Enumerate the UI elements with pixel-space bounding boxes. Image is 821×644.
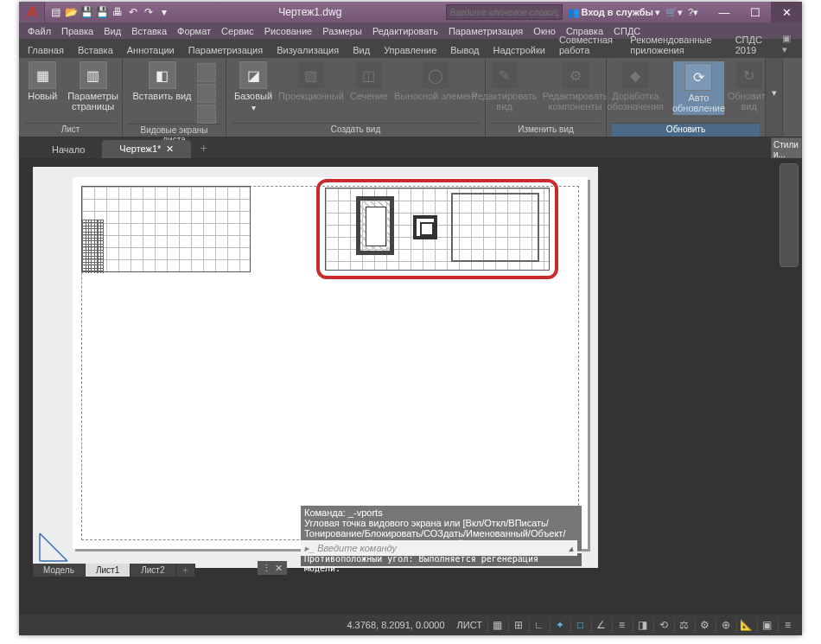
- annoscale-icon[interactable]: ⚖: [674, 617, 693, 633]
- tab-layout2[interactable]: Лист2: [130, 564, 175, 577]
- drawing-object-1[interactable]: [356, 196, 394, 255]
- projected-icon: ▧: [297, 61, 325, 89]
- maximize-button[interactable]: ☐: [740, 2, 771, 22]
- command-line[interactable]: ▸_ Введите команду ▴: [301, 540, 577, 556]
- viewport-3[interactable]: [451, 193, 539, 262]
- saveas-icon[interactable]: 💾: [95, 5, 109, 19]
- ribtab-visualize[interactable]: Визуализация: [270, 42, 346, 58]
- ucs-icon[interactable]: [36, 528, 73, 564]
- update-view-button: ↻Обновить вид: [729, 61, 769, 112]
- ribtab-spds[interactable]: СПДС 2019: [729, 32, 776, 58]
- panel-label-modify: Изменить вид: [491, 123, 601, 137]
- app-logo[interactable]: A: [19, 2, 45, 22]
- open-icon[interactable]: 📂: [64, 5, 78, 19]
- close-button[interactable]: ✕: [771, 2, 802, 22]
- space-mode[interactable]: ЛИСТ: [452, 620, 487, 630]
- qprop-icon[interactable]: ▣: [757, 617, 776, 633]
- ribtab-collab[interactable]: Совместная работа: [552, 32, 623, 58]
- cmd-prompt: Введите команду: [317, 543, 397, 553]
- menu-view[interactable]: Вид: [99, 26, 126, 36]
- workspace-icon[interactable]: ⚙: [695, 617, 714, 633]
- work-area: Команда: _-vports Угловая точка видового…: [19, 158, 802, 575]
- transparency-icon[interactable]: ◨: [633, 617, 652, 633]
- units-icon[interactable]: 📐: [736, 617, 755, 633]
- menu-dimension[interactable]: Размеры: [317, 26, 367, 36]
- menu-draw[interactable]: Рисование: [259, 26, 317, 36]
- detail-icon: ◯: [422, 61, 449, 89]
- save-icon[interactable]: 💾: [80, 5, 93, 19]
- ribbon-expand-icon[interactable]: ▾: [772, 61, 777, 137]
- snap-icon[interactable]: ⊞: [508, 617, 527, 633]
- ribbon: ▦Новый ▥Параметры страницы Лист ◧Вставит…: [19, 58, 802, 137]
- osnap-icon[interactable]: □: [570, 617, 589, 633]
- update-icon: ↻: [735, 61, 763, 89]
- undo-icon[interactable]: ↶: [126, 5, 140, 19]
- menu-format[interactable]: Формат: [172, 26, 216, 36]
- ribtab-addins[interactable]: Надстройки: [487, 42, 552, 58]
- customize-icon[interactable]: ≡: [778, 617, 797, 633]
- ribtab-annotate[interactable]: Аннотации: [120, 42, 181, 58]
- qat-dropdown-icon[interactable]: ▾: [157, 5, 171, 19]
- otrack-icon[interactable]: ∠: [591, 617, 610, 633]
- detail-view-button: ◯Выносной элемент: [394, 61, 478, 101]
- ribtab-manage[interactable]: Управление: [377, 42, 443, 58]
- ribtab-output[interactable]: Вывод: [443, 42, 486, 58]
- menu-insert[interactable]: Вставка: [126, 26, 172, 36]
- exchange-icon[interactable]: 🛒▾: [665, 7, 683, 18]
- grid-icon[interactable]: ▦: [487, 617, 506, 633]
- navigation-bar[interactable]: [780, 163, 799, 267]
- new-layout-button[interactable]: ▦Новый: [22, 61, 62, 101]
- cmd-history-icon[interactable]: ▴: [569, 543, 574, 554]
- minimize-button[interactable]: —: [709, 2, 740, 22]
- tab-layout1[interactable]: Лист1: [86, 564, 130, 577]
- ortho-icon[interactable]: ∟: [529, 617, 548, 633]
- edit-view-button: ✎Редактировать вид: [478, 61, 531, 112]
- symbol-sketch-button: ◆Доработка обозначения: [602, 61, 668, 112]
- tab-start[interactable]: Начало: [35, 141, 102, 158]
- ribtab-parametric[interactable]: Параметризация: [181, 42, 270, 58]
- auto-update-button[interactable]: ⟳Авто обновление: [673, 61, 723, 115]
- ribbon-collapse-icon[interactable]: ▣ ▾: [775, 30, 800, 58]
- menu-modify[interactable]: Редактировать: [367, 26, 443, 36]
- polar-icon[interactable]: ✦: [550, 617, 569, 633]
- vp-lock-icon[interactable]: [197, 105, 216, 124]
- tab-model[interactable]: Модель: [33, 564, 86, 577]
- add-layout-button[interactable]: +: [176, 564, 196, 577]
- plot-icon[interactable]: 🖶: [111, 5, 124, 19]
- annomon-icon[interactable]: ⊕: [716, 617, 735, 633]
- vp-rect-icon[interactable]: [197, 63, 216, 82]
- layout-tabs: Модель Лист1 Лист2 +: [33, 562, 195, 577]
- help-icon[interactable]: ?▾: [688, 7, 698, 18]
- ribtab-view[interactable]: Вид: [346, 42, 377, 58]
- ribtab-featured[interactable]: Рекомендованные приложения: [623, 32, 728, 58]
- menu-edit[interactable]: Правка: [56, 26, 99, 36]
- viewport-1[interactable]: [81, 186, 251, 272]
- redo-icon[interactable]: ↷: [142, 5, 156, 19]
- paper-space[interactable]: Команда: _-vports Угловая точка видового…: [33, 167, 598, 568]
- symbol-icon: ◆: [621, 61, 649, 89]
- page-setup-button[interactable]: ▥Параметры страницы: [67, 61, 118, 112]
- base-view-button[interactable]: ◪Базовый▾: [233, 61, 273, 112]
- section-view-button: ◫Сечение: [349, 61, 389, 101]
- vp-clip-icon[interactable]: [197, 84, 216, 103]
- new-icon[interactable]: ▤: [48, 5, 62, 19]
- ribtab-insert[interactable]: Вставка: [71, 42, 120, 58]
- panel-label-vports[interactable]: Видовые экраны листа: [128, 124, 220, 137]
- document-tabs: Начало Чертеж1* ✕ +: [19, 137, 802, 158]
- menu-tools[interactable]: Сервис: [216, 26, 259, 36]
- menu-parametric[interactable]: Параметризация: [443, 26, 528, 36]
- search-input[interactable]: [446, 4, 563, 20]
- cmdline-handle[interactable]: ⋮ ✕: [258, 561, 287, 575]
- menu-file[interactable]: Файл: [22, 26, 56, 36]
- ribtab-home[interactable]: Главная: [21, 42, 71, 58]
- new-tab-button[interactable]: +: [191, 137, 215, 158]
- auto-update-icon: ⟳: [684, 63, 712, 91]
- lineweight-icon[interactable]: ≡: [612, 617, 631, 633]
- signin-button[interactable]: 👥 Вход в службы ▾: [568, 7, 660, 18]
- insert-view-button[interactable]: ◧Вставить вид: [132, 61, 191, 101]
- cycling-icon[interactable]: ⟲: [653, 617, 672, 633]
- drawing-object-2[interactable]: [413, 215, 437, 239]
- tab-drawing1[interactable]: Чертеж1* ✕: [102, 140, 191, 158]
- base-view-icon: ◪: [239, 61, 267, 89]
- coordinates[interactable]: 4.3768, 8.2091, 0.0000: [347, 620, 444, 630]
